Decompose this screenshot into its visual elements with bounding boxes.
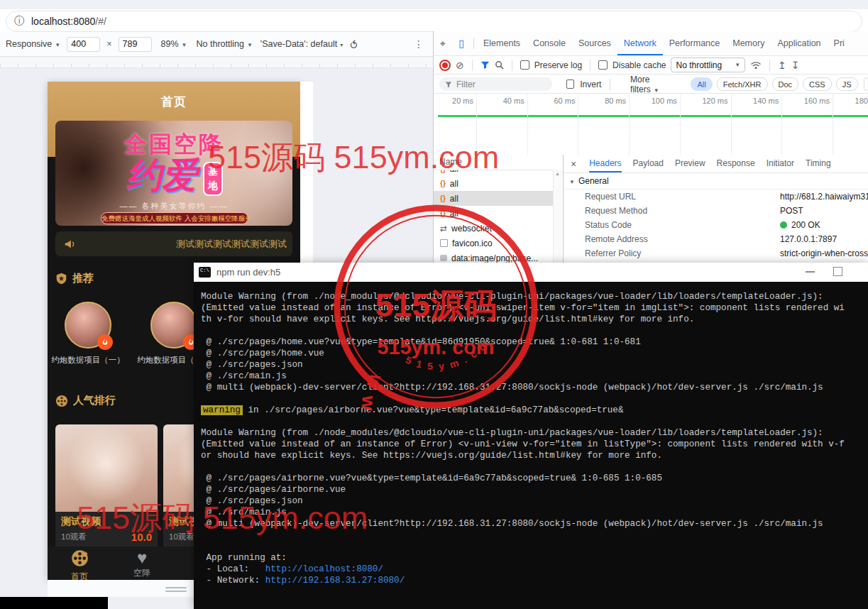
- tab-application[interactable]: Application: [771, 31, 827, 55]
- heart-icon: ♥: [117, 549, 167, 566]
- filter-pill-partial[interactable]: [864, 77, 868, 91]
- scroll-up-icon[interactable]: ▲: [555, 171, 560, 176]
- address-field[interactable]: ⓘ localhost:8080 /#/: [6, 11, 862, 32]
- details-tab-response[interactable]: Response: [717, 155, 755, 172]
- import-har-icon[interactable]: ↥: [778, 60, 786, 71]
- tab-sources[interactable]: Sources: [572, 31, 617, 55]
- tabbar-item-airborne[interactable]: ♥空降: [117, 549, 167, 579]
- zoom-select[interactable]: 89%▼: [161, 39, 187, 49]
- section-rank: 人气排行: [55, 394, 116, 407]
- section-recommend: 推荐: [55, 272, 94, 285]
- tab-network[interactable]: Network: [617, 31, 663, 55]
- hot-flame-icon: [97, 334, 113, 350]
- tab-elements[interactable]: Elements: [477, 31, 527, 55]
- details-tab-headers[interactable]: Headers: [589, 155, 621, 172]
- divider: [512, 60, 512, 71]
- chevron-down-icon: ▼: [247, 42, 253, 48]
- recommend-item[interactable]: 约炮数据项目（一）: [48, 302, 134, 366]
- filter-input[interactable]: Filter: [439, 77, 552, 91]
- maximize-icon[interactable]: [833, 267, 842, 276]
- notice-bar[interactable]: 测试测试测试测试测试测试: [55, 231, 292, 256]
- filter-pill-js[interactable]: JS: [836, 77, 858, 91]
- invert-checkbox[interactable]: [566, 79, 574, 89]
- notice-text: 测试测试测试测试测试测试: [176, 238, 287, 251]
- svg-text:515源码: 515源码: [375, 287, 496, 324]
- device-toolbar-toggle-icon[interactable]: ▯: [452, 38, 471, 49]
- banner-subtitle: —— 各种美女等你约 ——: [55, 201, 292, 212]
- terminal-line: [201, 461, 868, 473]
- devtools-tabbar: ⌖ ▯ ElementsConsoleSourcesNetworkPerform…: [434, 31, 868, 56]
- badge-shield-icon: [55, 273, 67, 285]
- rotate-viewport-icon[interactable]: ⟲: [347, 40, 360, 49]
- fetch-icon: {}: [440, 180, 446, 187]
- megaphone-icon: [64, 238, 77, 251]
- details-tabbar: × HeadersPayloadPreviewResponseInitiator…: [564, 155, 868, 173]
- general-value: strict-origin-when-cross-origin: [780, 248, 868, 258]
- details-tab-preview[interactable]: Preview: [675, 155, 705, 172]
- filter-pill-css[interactable]: CSS: [803, 77, 832, 91]
- divider: [769, 60, 770, 71]
- viewport-drag-handle[interactable]: [165, 587, 187, 588]
- general-section-header[interactable]: ▼General: [564, 173, 868, 190]
- network-toolbar: ⊘ Preserve log Disable cache No throttli…: [434, 56, 868, 75]
- divider: [590, 60, 590, 71]
- more-filters-button[interactable]: More filters▼: [630, 75, 674, 94]
- terminal-link[interactable]: http://localhost:8080/: [265, 564, 383, 574]
- screen: ⓘ localhost:8080 /#/ Responsive▼ 400 × 7…: [0, 0, 868, 609]
- save-data-select[interactable]: 'Save-Data': default▾: [260, 39, 343, 49]
- record-network-log-icon[interactable]: [439, 60, 451, 71]
- tabbar-label: 空降: [117, 567, 167, 579]
- tabbar-item-home[interactable]: 首页: [55, 549, 104, 580]
- banner-brand: 约爱: [126, 152, 197, 199]
- filter-pill-doc[interactable]: Doc: [772, 77, 799, 91]
- viewport-height-input[interactable]: 789: [119, 37, 152, 52]
- filter-pill-fetchxhr[interactable]: Fetch/XHR: [717, 77, 768, 91]
- terminal-line: [201, 416, 868, 427]
- tab-console[interactable]: Console: [527, 31, 572, 55]
- details-tab-initiator[interactable]: Initiator: [767, 155, 794, 172]
- terminal-link[interactable]: http://192.168.31.27:8080/: [265, 576, 405, 586]
- timeline-tick-label: 60 ms: [525, 97, 575, 105]
- minimize-icon[interactable]: [806, 271, 815, 273]
- invert-label: Invert: [580, 79, 601, 89]
- preserve-log-checkbox[interactable]: [520, 60, 529, 70]
- device-toolbar-menu-icon[interactable]: ⋮: [414, 38, 424, 50]
- tab-pri[interactable]: Pri: [828, 31, 851, 55]
- close-icon[interactable]: ×: [571, 158, 576, 170]
- timeline-tick-label: 100 ms: [627, 97, 677, 105]
- network-filter-row: Filter Invert More filters▼ AllFetch/XHR…: [434, 75, 868, 94]
- cmd-icon: C:\: [199, 267, 211, 278]
- site-info-icon[interactable]: ⓘ: [14, 15, 24, 28]
- filter-pill-all[interactable]: All: [691, 77, 712, 91]
- warning-badge: warning: [201, 405, 243, 415]
- times-separator: ×: [106, 39, 111, 49]
- clear-network-log-icon[interactable]: ⊘: [456, 60, 464, 71]
- details-tab-payload[interactable]: Payload: [633, 155, 664, 172]
- network-throttling-select[interactable]: No throttling▼: [671, 57, 745, 72]
- export-har-icon[interactable]: ↧: [791, 60, 800, 71]
- filter-funnel-icon[interactable]: [480, 60, 490, 70]
- timeline-tick-label: 140 ms: [729, 97, 779, 105]
- general-row: Remote Address127.0.0.1:7897: [564, 232, 868, 246]
- search-icon[interactable]: [495, 60, 504, 70]
- general-value: http://681.2.haiwaiym31.top/dock: [780, 192, 868, 202]
- network-conditions-icon[interactable]: [750, 60, 762, 70]
- device-mode-select[interactable]: Responsive▼: [6, 39, 60, 49]
- viewport-width-input[interactable]: 400: [67, 37, 100, 52]
- tab-performance[interactable]: Performance: [663, 31, 727, 55]
- url-path: /#/: [95, 16, 106, 27]
- window-top-strip: [0, 0, 868, 9]
- tab-memory[interactable]: Memory: [726, 31, 771, 55]
- filter-funnel-icon: [445, 81, 452, 88]
- general-label: Request Method: [585, 206, 780, 216]
- terminal-title: npm run dev:h5: [216, 267, 280, 278]
- status-ok-dot: [780, 221, 787, 229]
- timeline-tick-label: 40 ms: [475, 97, 524, 105]
- general-value: 127.0.0.1:7897: [780, 234, 837, 244]
- details-tab-timing[interactable]: Timing: [806, 155, 831, 172]
- throttle-select[interactable]: No throttling▼: [197, 39, 253, 49]
- general-label: Remote Address: [585, 234, 780, 244]
- inspect-element-icon[interactable]: ⌖: [434, 38, 452, 50]
- disable-cache-checkbox[interactable]: [598, 60, 608, 70]
- general-value: 200 OK: [780, 220, 820, 230]
